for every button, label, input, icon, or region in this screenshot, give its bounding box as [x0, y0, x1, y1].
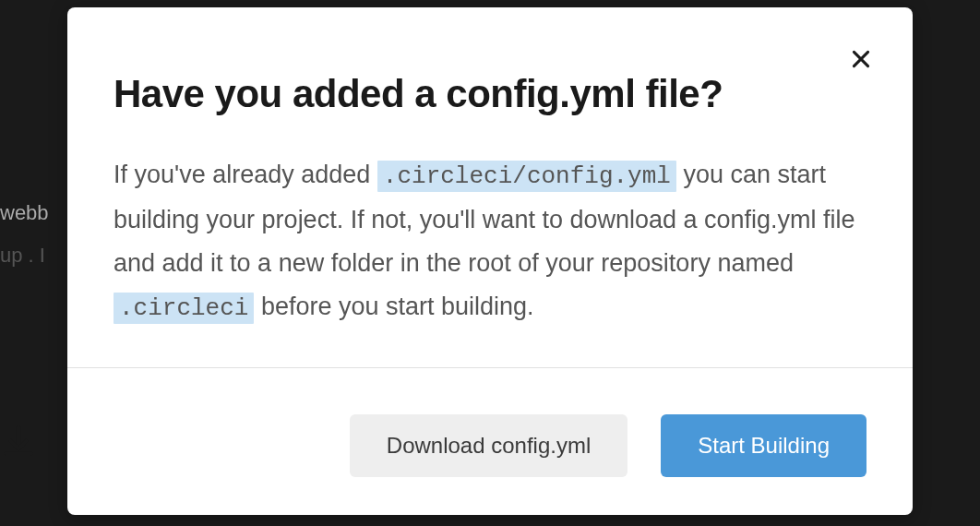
close-button[interactable] — [846, 44, 876, 74]
modal-title: Have you added a config.yml file? — [114, 72, 866, 116]
download-icon — [0, 423, 37, 463]
code-folder-name: .circleci — [114, 293, 254, 324]
description-text: before you start building. — [254, 293, 533, 320]
config-modal: Have you added a config.yml file? If you… — [67, 7, 913, 515]
background-text-fragment: webb — [0, 201, 49, 225]
description-text: If you've already added — [114, 161, 377, 188]
start-building-button[interactable]: Start Building — [661, 414, 866, 477]
modal-body: Have you added a config.yml file? If you… — [67, 7, 913, 367]
code-config-path: .circleci/config.yml — [377, 161, 676, 192]
modal-footer: Download config.yml Start Building — [67, 367, 913, 523]
modal-description: If you've already added .circleci/config… — [114, 153, 866, 330]
background-text-fragment: up . I — [0, 244, 45, 268]
download-config-button[interactable]: Download config.yml — [350, 414, 627, 477]
